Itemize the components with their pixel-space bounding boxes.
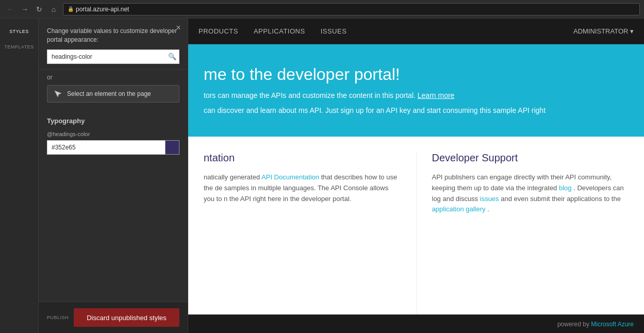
hero-body: can discover and learn about ms API. Jus… [204, 105, 629, 116]
nav-item-issues[interactable]: ISSUES [321, 27, 347, 35]
content-section: ntation natically generated API Document… [188, 137, 644, 333]
color-input-row [47, 140, 179, 155]
url-input[interactable] [76, 6, 635, 13]
hero-section: me to the developer portal! tors can man… [188, 44, 644, 137]
panel-header: Change variable values to customize deve… [39, 19, 188, 70]
portal-body: me to the developer portal! tors can man… [188, 44, 644, 333]
api-doc-link[interactable]: API Documentation [261, 173, 319, 181]
color-text-input[interactable] [47, 140, 165, 155]
powered-by-text: powered by [557, 321, 589, 328]
content-right-text3: and even submit their applications to th… [501, 195, 621, 203]
content-left: ntation natically generated API Document… [204, 152, 417, 318]
nav-item-products[interactable]: PRODUCTS [199, 27, 238, 35]
hero-subtitle: tors can manage the APIs and customize t… [204, 90, 616, 101]
content-right: Developer Support API publishers can eng… [417, 152, 629, 318]
blog-link[interactable]: blog [559, 184, 572, 192]
back-button[interactable]: ← [4, 3, 16, 15]
learn-more-link[interactable]: Learn more [418, 91, 455, 99]
portal-footer: powered by Microsoft Azure [188, 314, 644, 333]
portal-nav: PRODUCTS APPLICATIONS ISSUES ADMINISTRAT… [188, 19, 644, 44]
section-title: Typography [47, 117, 179, 125]
styles-panel: × Change variable values to customize de… [39, 19, 188, 333]
color-swatch[interactable] [165, 140, 179, 155]
nav-item-applications[interactable]: APPLICATIONS [254, 27, 305, 35]
publish-label: PUBLISH [47, 315, 68, 320]
search-input[interactable] [47, 49, 166, 64]
issues-link[interactable]: issues [480, 195, 499, 203]
main-layout: STYLES TEMPLATES × Change variable value… [0, 19, 644, 333]
content-left-heading: ntation [204, 152, 401, 164]
content-right-text: API publishers can engage directly with … [432, 172, 629, 215]
app-gallery-link[interactable]: application gallery [432, 205, 486, 213]
panel-bottom: PUBLISH Discard unpublished styles [39, 302, 188, 333]
sidebar-item-templates[interactable]: TEMPLATES [4, 44, 34, 49]
content-right-text4: . [487, 205, 489, 213]
search-row: 🔍 [47, 49, 179, 64]
microsoft-azure-link[interactable]: Microsoft Azure [591, 321, 634, 328]
refresh-button[interactable]: ↻ [33, 3, 45, 15]
lock-icon: 🔒 [68, 6, 74, 12]
cursor-icon [53, 89, 63, 99]
home-button[interactable]: ⌂ [47, 3, 60, 15]
hero-title: me to the developer portal! [204, 65, 629, 84]
admin-menu[interactable]: ADMINISTRATOR ▾ [573, 27, 634, 35]
browser-chrome: ← → ↻ ⌂ 🔒 [0, 0, 644, 19]
hero-subtitle-text: tors can manage the APIs and customize t… [204, 91, 416, 99]
select-element-button[interactable]: Select an element on the page [47, 85, 179, 103]
left-sidebar: STYLES TEMPLATES [0, 19, 39, 333]
discard-button[interactable]: Discard unpublished styles [74, 308, 179, 327]
variable-label: @headings-color [47, 131, 179, 137]
close-button[interactable]: × [173, 23, 184, 33]
typography-section: Typography @headings-color [39, 109, 188, 302]
content-left-text1: natically generated [204, 173, 260, 181]
or-label: or [39, 70, 188, 85]
search-button[interactable]: 🔍 [166, 49, 179, 64]
forward-button[interactable]: → [19, 3, 31, 15]
sidebar-item-styles[interactable]: STYLES [9, 29, 29, 34]
panel-description: Change variable values to customize deve… [47, 27, 179, 44]
powered-by: powered by Microsoft Azure [557, 321, 634, 328]
content-right-heading: Developer Support [432, 152, 629, 164]
main-content: PRODUCTS APPLICATIONS ISSUES ADMINISTRAT… [188, 19, 644, 333]
content-left-text: natically generated API Documentation th… [204, 172, 401, 204]
select-element-label: Select an element on the page [67, 90, 151, 97]
browser-nav: ← → ↻ ⌂ [4, 3, 60, 15]
address-bar: 🔒 [63, 3, 640, 15]
